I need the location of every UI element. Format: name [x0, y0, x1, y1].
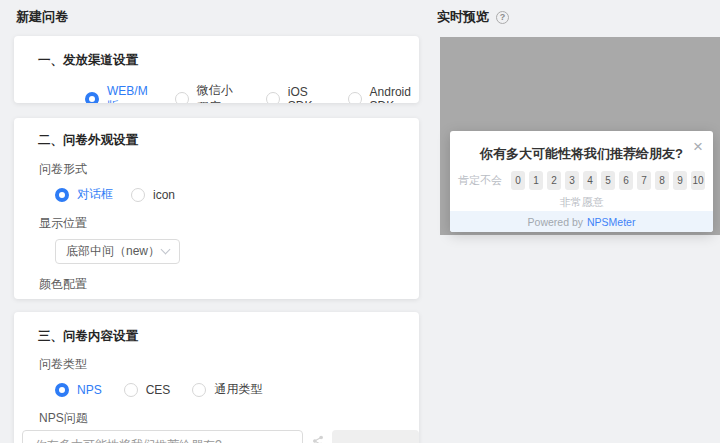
radio-label: NPS [77, 383, 102, 397]
max-score-label: 非常愿意 [450, 195, 713, 210]
content-section-heading: 三、问卷内容设置 [38, 328, 419, 345]
form-type-radio-group: 对话框 icon [55, 186, 419, 203]
radio-label: Android SDK [370, 85, 419, 103]
reset-default-question-button[interactable]: 重置为默认问题 [332, 430, 419, 443]
radio-unselected-icon [124, 383, 138, 397]
radio-selected-icon [85, 92, 99, 103]
min-score-label: 肯定不会 [458, 173, 502, 188]
radio-selected-icon [55, 188, 69, 202]
position-select-value: 底部中间（new） [66, 243, 160, 260]
radio-wechat-mini[interactable]: 微信小程序 [175, 82, 239, 103]
radio-unselected-icon [348, 92, 362, 103]
score-button-4[interactable]: 4 [583, 171, 597, 190]
radio-label: 微信小程序 [197, 82, 239, 103]
score-button-9[interactable]: 9 [673, 171, 687, 190]
page-title: 新建问卷 [16, 8, 68, 26]
radio-label: 对话框 [77, 186, 113, 203]
radio-unselected-icon [175, 92, 189, 103]
radio-unselected-icon [192, 383, 206, 397]
survey-type-label: 问卷类型 [39, 356, 419, 373]
content-settings-card: 三、问卷内容设置 问卷类型 NPS CES 通用类型 NPS问题 [14, 312, 419, 443]
share-icon[interactable] [312, 435, 324, 443]
radio-nps[interactable]: NPS [55, 383, 102, 397]
nps-question-row: 重置为默认问题 [22, 430, 419, 443]
dialog-footer: Powered by NPSMeter [450, 211, 713, 232]
score-button-8[interactable]: 8 [655, 171, 669, 190]
radio-label: CES [146, 383, 171, 397]
radio-ios-sdk[interactable]: iOS SDK [266, 85, 321, 103]
radio-dialog-style[interactable]: 对话框 [55, 186, 113, 203]
radio-web-m[interactable]: WEB/M版 [85, 84, 148, 104]
color-config-label: 颜色配置 [39, 276, 419, 293]
channel-settings-card: 一、发放渠道设置 WEB/M版 微信小程序 iOS SDK Android SD… [14, 36, 419, 103]
survey-type-radio-group: NPS CES 通用类型 [55, 381, 419, 398]
score-button-3[interactable]: 3 [565, 171, 579, 190]
appearance-section-heading: 二、问卷外观设置 [38, 132, 419, 149]
radio-generic-type[interactable]: 通用类型 [192, 381, 262, 398]
score-row: 肯定不会 0 1 2 3 4 5 6 7 8 9 10 [450, 171, 713, 190]
appearance-settings-card: 二、问卷外观设置 问卷形式 对话框 icon 显示位置 底部中间（new） 颜色… [14, 118, 419, 299]
brand-link[interactable]: NPSMeter [587, 216, 635, 228]
channel-radio-group: WEB/M版 微信小程序 iOS SDK Android SDK [85, 82, 419, 103]
radio-label: WEB/M版 [107, 84, 148, 104]
powered-by-text: Powered by [528, 216, 583, 228]
nps-question-label: NPS问题 [39, 410, 419, 427]
radio-android-sdk[interactable]: Android SDK [348, 85, 419, 103]
form-type-label: 问卷形式 [39, 161, 419, 178]
live-preview-title: 实时预览 [437, 8, 489, 26]
close-icon[interactable]: × [693, 138, 703, 155]
live-preview-header: 实时预览 ? [437, 8, 509, 26]
score-button-0[interactable]: 0 [511, 171, 525, 190]
position-select[interactable]: 底部中间（new） [55, 239, 180, 264]
survey-builder-page: 新建问卷 一、发放渠道设置 WEB/M版 微信小程序 iOS SDK Andro… [0, 0, 720, 443]
radio-label: iOS SDK [288, 85, 321, 103]
radio-icon-style[interactable]: icon [131, 188, 175, 202]
score-button-10[interactable]: 10 [691, 171, 705, 190]
score-button-7[interactable]: 7 [637, 171, 651, 190]
radio-ces[interactable]: CES [124, 383, 171, 397]
preview-question-title: 你有多大可能性将我们推荐给朋友? [450, 145, 713, 163]
score-button-5[interactable]: 5 [601, 171, 615, 190]
help-icon[interactable]: ? [496, 11, 509, 24]
score-button-1[interactable]: 1 [529, 171, 543, 190]
chevron-down-icon [161, 245, 171, 255]
position-label: 显示位置 [39, 215, 419, 232]
radio-unselected-icon [266, 92, 280, 103]
radio-label: 通用类型 [214, 381, 262, 398]
radio-label: icon [153, 188, 175, 202]
radio-unselected-icon [131, 188, 145, 202]
question-tools [312, 435, 324, 443]
channel-section-heading: 一、发放渠道设置 [38, 52, 419, 69]
score-button-6[interactable]: 6 [619, 171, 633, 190]
score-button-2[interactable]: 2 [547, 171, 561, 190]
nps-question-input[interactable] [22, 430, 303, 443]
nps-preview-dialog: × 你有多大可能性将我们推荐给朋友? 肯定不会 0 1 2 3 4 5 6 7 … [450, 131, 713, 232]
radio-selected-icon [55, 383, 69, 397]
